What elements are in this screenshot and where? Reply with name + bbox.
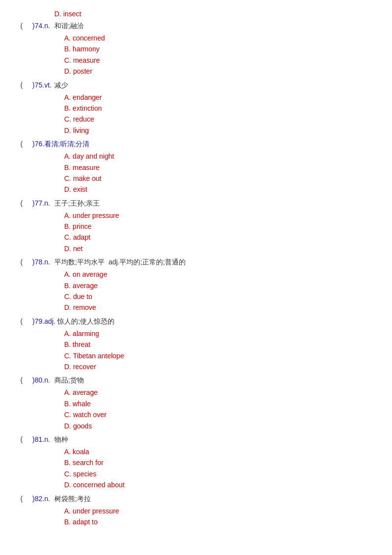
q79-a: A. alarming — [64, 328, 392, 339]
q75-c: C. reduce — [64, 114, 392, 125]
q79-paren: ( — [10, 317, 25, 325]
q80-chinese: 商品;货物 — [54, 376, 84, 385]
q74-d: D. poster — [64, 66, 392, 77]
q75-chinese: 减少 — [54, 81, 68, 90]
q77-chinese: 王子;王孙;亲王 — [54, 199, 100, 208]
question-76: ( )76.看清;听清;分清 A. day and night B. measu… — [0, 140, 392, 195]
standalone-d-answer: D. insect — [0, 10, 392, 18]
q74-b: B. harmony — [64, 43, 392, 54]
q82-number: )82.n. — [25, 495, 54, 503]
q82-b: B. adapt to — [64, 516, 392, 527]
q78-b: B. average — [64, 280, 392, 291]
q80-number: )80.n. — [25, 376, 54, 384]
q79-number: )79.adj. — [25, 317, 57, 325]
q80-d: D. goods — [64, 421, 392, 431]
question-76-row: ( )76.看清;听清;分清 — [10, 140, 392, 149]
q74-number: )74.n. — [25, 22, 54, 30]
q80-paren: ( — [10, 376, 25, 384]
q81-answers: A. koala B. search for C. species D. con… — [10, 446, 392, 491]
q81-number: )81.n. — [25, 435, 54, 443]
q75-b: B. extinction — [64, 103, 392, 114]
q77-number: )77.n. — [25, 199, 54, 207]
question-75: ( )75.vt. 减少 A. endanger B. extinction C… — [0, 81, 392, 136]
q76-paren: ( — [10, 140, 25, 148]
q75-d: D. living — [64, 125, 392, 136]
q74-a: A. concerned — [64, 33, 392, 43]
q82-chinese: 树袋熊;考拉 — [54, 495, 91, 504]
q80-answers: A. average B. whale C. watch over D. goo… — [10, 387, 392, 431]
q80-c: C. watch over — [64, 409, 392, 420]
q74-answers: A. concerned B. harmony C. measure D. po… — [10, 33, 392, 77]
q78-c: C. due to — [64, 291, 392, 302]
q76-answers: A. day and night B. measure C. make out … — [10, 151, 392, 195]
q75-paren: ( — [10, 81, 25, 89]
question-74-row: ( )74.n. 和谐;融洽 — [10, 22, 392, 31]
q79-d: D. recover — [64, 361, 392, 372]
question-77: ( )77.n. 王子;王孙;亲王 A. under pressure B. p… — [0, 199, 392, 255]
question-78-row: ( )78.n. 平均数;平均水平 adj.平均的;正常的;普通的 — [10, 258, 392, 267]
q78-a: A. on average — [64, 269, 392, 280]
q81-paren: ( — [10, 435, 25, 443]
q77-c: C. adapt — [64, 232, 392, 243]
question-77-row: ( )77.n. 王子;王孙;亲王 — [10, 199, 392, 208]
q76-c: C. make out — [64, 173, 392, 184]
q79-b: B. threat — [64, 339, 392, 350]
question-74: ( )74.n. 和谐;融洽 A. concerned B. harmony C… — [0, 22, 392, 77]
q74-paren: ( — [10, 22, 25, 30]
q82-answers: A. under pressure B. adapt to — [10, 506, 392, 528]
q76-a: A. day and night — [64, 151, 392, 162]
q80-b: B. whale — [64, 398, 392, 409]
q79-c: C. Tibetan antelope — [64, 350, 392, 361]
q81-a: A. koala — [64, 446, 392, 457]
q82-paren: ( — [10, 495, 25, 503]
question-81-row: ( )81.n. 物种 — [10, 435, 392, 444]
q75-a: A. endanger — [64, 92, 392, 103]
q77-paren: ( — [10, 199, 25, 207]
question-80-row: ( )80.n. 商品;货物 — [10, 376, 392, 385]
question-75-row: ( )75.vt. 减少 — [10, 81, 392, 90]
q75-answers: A. endanger B. extinction C. reduce D. l… — [10, 92, 392, 136]
q76-d: D. exist — [64, 184, 392, 195]
q81-c: C. species — [64, 469, 392, 479]
question-78: ( )78.n. 平均数;平均水平 adj.平均的;正常的;普通的 A. on … — [0, 258, 392, 313]
q78-paren: ( — [10, 258, 25, 266]
q78-answers: A. on average B. average C. due to D. re… — [10, 269, 392, 313]
question-82: ( )82.n. 树袋熊;考拉 A. under pressure B. ada… — [0, 495, 392, 528]
question-79-row: ( )79.adj. 惊人的;使人惊恐的 — [10, 317, 392, 326]
d-insect-label: D. insect — [54, 10, 81, 18]
q75-number: )75.vt. — [25, 81, 54, 89]
question-81: ( )81.n. 物种 A. koala B. search for C. sp… — [0, 435, 392, 491]
q80-a: A. average — [64, 387, 392, 398]
q74-c: C. measure — [64, 55, 392, 66]
q74-chinese: 和谐;融洽 — [54, 22, 84, 31]
q81-b: B. search for — [64, 457, 392, 468]
q79-chinese: 惊人的;使人惊恐的 — [57, 317, 115, 326]
q77-answers: A. under pressure B. prince C. adapt D. … — [10, 210, 392, 255]
q78-chinese: 平均数;平均水平 adj.平均的;正常的;普通的 — [54, 258, 186, 267]
q77-b: B. prince — [64, 221, 392, 232]
q81-chinese: 物种 — [54, 435, 68, 444]
q82-a: A. under pressure — [64, 506, 392, 516]
question-82-row: ( )82.n. 树袋熊;考拉 — [10, 495, 392, 504]
question-80: ( )80.n. 商品;货物 A. average B. whale C. wa… — [0, 376, 392, 431]
question-79: ( )79.adj. 惊人的;使人惊恐的 A. alarming B. thre… — [0, 317, 392, 373]
q77-a: A. under pressure — [64, 210, 392, 221]
q81-d: D. concerned about — [64, 479, 392, 490]
q79-answers: A. alarming B. threat C. Tibetan antelop… — [10, 328, 392, 373]
q76-b: B. measure — [64, 162, 392, 173]
q78-d: D. remove — [64, 302, 392, 313]
q76-number: )76.看清;听清;分清 — [25, 140, 89, 149]
q78-number: )78.n. — [25, 258, 54, 266]
q77-d: D. net — [64, 243, 392, 254]
quiz-container: D. insect ( )74.n. 和谐;融洽 A. concerned B.… — [0, 10, 392, 527]
